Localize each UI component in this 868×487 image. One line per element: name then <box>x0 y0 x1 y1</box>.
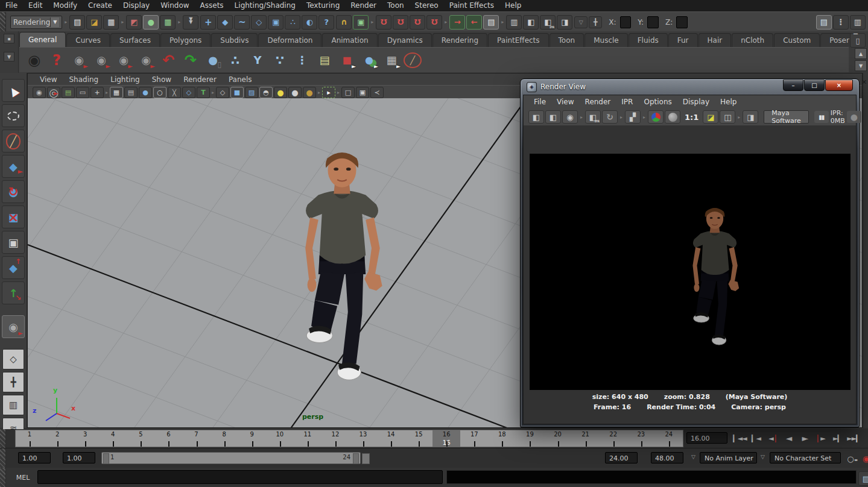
film-gate-icon[interactable] <box>124 87 138 98</box>
lasso-tool-icon[interactable] <box>2 104 25 127</box>
render-view-titlebar[interactable]: Render View – □ × <box>521 79 859 95</box>
close-button[interactable]: × <box>825 80 853 91</box>
keep-image-icon[interactable] <box>720 110 735 124</box>
shelf-tab-muscle[interactable]: Muscle <box>584 33 628 47</box>
mask-misc-icon[interactable] <box>318 15 334 30</box>
command-input-field[interactable] <box>37 470 443 484</box>
menu-edit[interactable]: Edit <box>23 1 48 10</box>
render-view-menu-ipr[interactable]: IPR <box>616 98 638 106</box>
y-coordinate-field[interactable] <box>647 16 659 28</box>
anim-key-icon[interactable] <box>843 452 858 465</box>
zoom-ratio-label[interactable]: 1:1 <box>685 113 699 122</box>
four-pane-icon[interactable] <box>2 372 24 392</box>
light-used-icon[interactable] <box>303 87 316 98</box>
shelf-tab-rendering[interactable]: Rendering <box>432 33 487 47</box>
mask-render-icon[interactable] <box>302 15 317 30</box>
menu-create[interactable]: Create <box>83 1 118 10</box>
mask-deform-icon[interactable] <box>268 15 284 30</box>
new-scene-icon[interactable] <box>69 15 85 30</box>
rv-settings-icon[interactable] <box>743 110 758 124</box>
construction-history-icon[interactable] <box>483 15 499 30</box>
viewport-menu-show[interactable]: Show <box>146 75 177 84</box>
viewport-menu-renderer[interactable]: Renderer <box>177 75 223 84</box>
trash-sphere-icon[interactable] <box>203 50 223 71</box>
alpha-channel-icon[interactable] <box>665 110 680 124</box>
timeline-frame-20[interactable]: 20 <box>543 430 571 447</box>
bookmarks-icon[interactable] <box>62 87 75 98</box>
snapshot-icon[interactable] <box>562 110 578 124</box>
camera-attrs-icon[interactable] <box>47 87 60 98</box>
timeline-frame-16[interactable]: 16 <box>432 430 460 447</box>
timeline-frame-13[interactable]: 13 <box>349 430 377 447</box>
field-chart-icon[interactable] <box>168 87 181 98</box>
snap-surface-icon[interactable] <box>426 15 442 30</box>
shelf-tab-fluids[interactable]: Fluids <box>629 33 668 47</box>
renderer-select-button[interactable]: Maya Software <box>764 110 808 124</box>
lattice-dots-icon[interactable] <box>292 50 312 71</box>
maximize-button[interactable]: □ <box>804 80 825 91</box>
paint-brush-icon[interactable] <box>404 52 422 68</box>
render-view-menu-file[interactable]: File <box>528 98 551 106</box>
tool-settings-icon[interactable] <box>833 15 849 30</box>
playback-end-field[interactable]: 24.00 <box>605 452 638 463</box>
timeline-frame-15[interactable]: 15 <box>405 430 432 447</box>
range-start-handle[interactable] <box>103 453 109 464</box>
time-slider-grip[interactable] <box>0 429 6 448</box>
camera-orbit-icon[interactable] <box>69 50 89 71</box>
coord-grid-icon[interactable] <box>589 16 602 28</box>
light-all-icon[interactable] <box>274 87 287 98</box>
render-view-menu-help[interactable]: Help <box>715 98 742 106</box>
shelf-tab-subdivs[interactable]: Subdivs <box>211 33 258 47</box>
timeline-frame-10[interactable]: 10 <box>266 430 294 447</box>
fwd-frame-icon[interactable] <box>814 431 829 445</box>
menu-texturing[interactable]: Texturing <box>301 1 345 10</box>
timeline-frame-3[interactable]: 3 <box>71 430 99 447</box>
select-object-icon[interactable] <box>143 15 159 30</box>
select-blocks-icon[interactable] <box>381 50 402 71</box>
shelf-tab-custom[interactable]: Custom <box>774 33 820 47</box>
timeline-frame-8[interactable]: 8 <box>211 430 238 447</box>
render-view-menu-view[interactable]: View <box>551 98 579 106</box>
channel-box-icon[interactable] <box>850 15 866 30</box>
range-slider-grip[interactable] <box>0 448 6 468</box>
separator[interactable] <box>64 15 68 30</box>
menu-window[interactable]: Window <box>155 1 194 10</box>
output-connections-icon[interactable] <box>466 15 482 30</box>
film-reel-icon[interactable] <box>24 50 45 71</box>
status-line-grip[interactable] <box>0 12 6 32</box>
z-coordinate-field[interactable] <box>676 16 688 28</box>
open-renderview-icon[interactable] <box>506 15 522 30</box>
shelf-tab-polygons[interactable]: Polygons <box>160 33 211 47</box>
select-sphere-cube-icon[interactable] <box>359 50 379 71</box>
xray-icon[interactable] <box>341 87 355 98</box>
back-key-icon[interactable] <box>749 431 764 445</box>
menu-render[interactable]: Render <box>345 1 382 10</box>
character-model[interactable] <box>283 146 401 395</box>
script-editor-icon[interactable] <box>858 471 868 486</box>
separator[interactable] <box>370 15 374 30</box>
timeline-frame-24[interactable]: 24 <box>655 430 683 447</box>
panel-close-icon[interactable]: ✕ <box>860 78 868 86</box>
mask-all-icon[interactable] <box>200 15 216 30</box>
region-render-icon[interactable] <box>625 110 641 124</box>
menu-file[interactable]: File <box>0 1 23 10</box>
timeline-frame-11[interactable]: 11 <box>294 430 322 447</box>
range-extend-handle[interactable] <box>362 453 370 464</box>
show-manip-icon[interactable] <box>2 281 25 304</box>
menu-set-dropdown[interactable]: Rendering ▼ <box>10 16 62 29</box>
input-connections-icon[interactable] <box>449 15 465 30</box>
safe-action-icon[interactable] <box>182 87 195 98</box>
ipr-render-icon[interactable] <box>540 15 556 30</box>
open-scene-icon[interactable] <box>86 15 102 30</box>
x-coordinate-field[interactable] <box>620 16 632 28</box>
shelf-tab-painteffects[interactable]: PaintEffects <box>488 33 548 47</box>
render-button-icon[interactable] <box>528 110 544 124</box>
anim-layer-combo[interactable]: No Anim Layer <box>700 452 757 463</box>
render-settings-icon[interactable] <box>557 15 572 30</box>
shelf-tab-toggle-icon[interactable]: ▪ <box>4 34 14 43</box>
viewport-menu-shading[interactable]: Shading <box>63 75 104 84</box>
shelf-tab-ncloth[interactable]: nCloth <box>732 33 773 47</box>
rotate-tool-icon[interactable] <box>2 180 25 203</box>
separator[interactable] <box>501 15 504 30</box>
select-camera-icon[interactable] <box>33 87 46 98</box>
